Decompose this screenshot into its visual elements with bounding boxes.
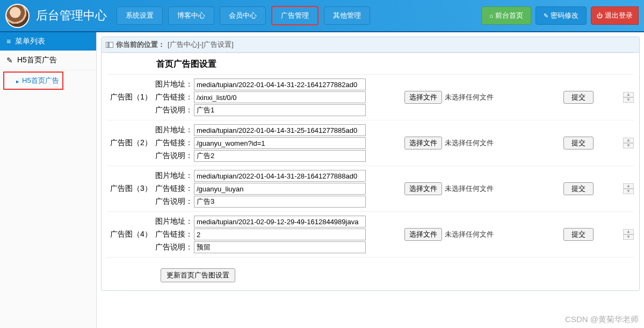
triangle-icon bbox=[16, 77, 19, 85]
input-ad-link[interactable] bbox=[194, 137, 366, 149]
sidebar-item-label: H5首页广告 bbox=[22, 76, 59, 85]
no-file-text: 未选择任何文件 bbox=[445, 184, 494, 194]
ad-row: 广告图（1） 图片地址： 广告链接： 广告说明： 选择文件 未选择任何文件 提交… bbox=[107, 74, 634, 120]
edit-icon bbox=[6, 56, 13, 65]
row-name: 广告图（4） bbox=[107, 230, 155, 239]
input-img-url[interactable] bbox=[194, 79, 366, 90]
power-icon: ⏻ bbox=[597, 12, 603, 19]
stepper: ▲ ▼ bbox=[623, 138, 634, 148]
sidebar-item-h5-home-ad[interactable]: H5首页广告 bbox=[3, 72, 63, 90]
input-ad-link[interactable] bbox=[194, 229, 366, 240]
no-file-text: 未选择任何文件 bbox=[445, 92, 494, 102]
submit-button[interactable]: 提交 bbox=[563, 228, 594, 241]
step-down-icon[interactable]: ▼ bbox=[623, 143, 634, 148]
ad-row: 广告图（2） 图片地址： 广告链接： 广告说明： 选择文件 未选择任何文件 提交… bbox=[107, 120, 634, 166]
label-ad-link: 广告链接： bbox=[155, 138, 194, 148]
label-img-url: 图片地址： bbox=[155, 171, 194, 181]
step-up-icon[interactable]: ▲ bbox=[623, 92, 634, 97]
panel-title: 首页广告图设置 bbox=[107, 53, 634, 74]
label-ad-desc: 广告说明： bbox=[155, 151, 194, 161]
nav-member-center[interactable]: 会员中心 bbox=[220, 6, 266, 25]
sidebar-head-label: 菜单列表 bbox=[15, 37, 45, 46]
no-file-text: 未选择任何文件 bbox=[445, 230, 494, 239]
input-ad-desc[interactable] bbox=[194, 104, 366, 116]
update-settings-button[interactable]: 更新首页广告图设置 bbox=[161, 268, 235, 282]
ad-row: 广告图（4） 图片地址： 广告链接： 广告说明： 选择文件 未选择任何文件 提交… bbox=[107, 211, 634, 257]
front-site-button[interactable]: ⌂前台首页 bbox=[481, 6, 531, 25]
submit-button[interactable]: 提交 bbox=[563, 182, 594, 195]
step-down-icon[interactable]: ▼ bbox=[623, 234, 634, 240]
nav-blog-center[interactable]: 博客中心 bbox=[168, 6, 214, 25]
change-password-label: 密码修改 bbox=[551, 11, 578, 19]
pencil-icon: ✎ bbox=[544, 12, 548, 19]
nav-sys-settings[interactable]: 系统设置 bbox=[117, 6, 163, 25]
location-icon bbox=[106, 42, 113, 48]
input-img-url[interactable] bbox=[194, 216, 366, 227]
sidebar-section[interactable]: H5首页广告 bbox=[0, 51, 96, 70]
label-ad-desc: 广告说明： bbox=[155, 243, 194, 252]
ad-row: 广告图（3） 图片地址： 广告链接： 广告说明： 选择文件 未选择任何文件 提交… bbox=[107, 166, 634, 211]
no-file-text: 未选择任何文件 bbox=[445, 138, 494, 148]
row-fields: 图片地址： 广告链接： 广告说明： bbox=[155, 215, 366, 254]
sidebar: 菜单列表 H5首页广告 H5首页广告 bbox=[0, 32, 97, 328]
row-fields: 图片地址： 广告链接： 广告说明： bbox=[155, 124, 366, 162]
sidebar-section-label: H5首页广告 bbox=[17, 55, 57, 65]
input-img-url[interactable] bbox=[194, 124, 366, 136]
label-img-url: 图片地址： bbox=[155, 80, 194, 89]
input-ad-desc[interactable] bbox=[194, 150, 366, 162]
change-password-button[interactable]: ✎密码修改 bbox=[536, 6, 587, 25]
logout-label: 退出登录 bbox=[605, 11, 633, 19]
stepper: ▲ ▼ bbox=[623, 229, 634, 240]
logout-button[interactable]: ⏻退出登录 bbox=[591, 6, 639, 25]
breadcrumb: 你当前的位置： [广告中心]-[广告设置] bbox=[102, 37, 639, 53]
choose-file-button[interactable]: 选择文件 bbox=[404, 228, 442, 241]
nav-other-manage[interactable]: 其他管理 bbox=[324, 6, 370, 25]
step-up-icon[interactable]: ▲ bbox=[623, 183, 634, 189]
label-ad-link: 广告链接： bbox=[155, 92, 194, 102]
input-ad-link[interactable] bbox=[194, 183, 366, 195]
step-down-icon[interactable]: ▼ bbox=[623, 97, 634, 103]
step-up-icon[interactable]: ▲ bbox=[623, 229, 634, 234]
label-ad-link: 广告链接： bbox=[155, 230, 194, 239]
breadcrumb-prefix: 你当前的位置： bbox=[116, 40, 165, 49]
header-bar: 后台管理中心 系统设置 博客中心 会员中心 广告管理 其他管理 ⌂前台首页 ✎密… bbox=[0, 0, 644, 32]
app-title: 后台管理中心 bbox=[36, 8, 107, 24]
front-site-label: 前台首页 bbox=[495, 11, 523, 19]
input-ad-desc[interactable] bbox=[194, 241, 366, 253]
sidebar-head: 菜单列表 bbox=[0, 32, 96, 51]
submit-button[interactable]: 提交 bbox=[563, 137, 594, 149]
list-icon bbox=[6, 37, 11, 46]
breadcrumb-path: [广告中心]-[广告设置] bbox=[168, 40, 234, 49]
choose-file-button[interactable]: 选择文件 bbox=[404, 182, 442, 195]
row-fields: 图片地址： 广告链接： 广告说明： bbox=[155, 78, 366, 117]
label-ad-desc: 广告说明： bbox=[155, 105, 194, 115]
label-img-url: 图片地址： bbox=[155, 125, 194, 135]
label-ad-desc: 广告说明： bbox=[155, 197, 194, 206]
main: 你当前的位置： [广告中心]-[广告设置] 首页广告图设置 广告图（1） 图片地… bbox=[97, 32, 644, 328]
row-name: 广告图（2） bbox=[107, 138, 155, 148]
label-img-url: 图片地址： bbox=[155, 217, 194, 226]
nav-ad-manage[interactable]: 广告管理 bbox=[271, 6, 319, 25]
row-fields: 图片地址： 广告链接： 广告说明： bbox=[155, 169, 366, 208]
step-down-icon[interactable]: ▼ bbox=[623, 189, 634, 194]
home-icon: ⌂ bbox=[489, 12, 493, 19]
content-panel: 你当前的位置： [广告中心]-[广告设置] 首页广告图设置 广告图（1） 图片地… bbox=[101, 37, 640, 291]
step-up-icon[interactable]: ▲ bbox=[623, 138, 634, 143]
input-img-url[interactable] bbox=[194, 170, 366, 182]
label-ad-link: 广告链接： bbox=[155, 184, 194, 194]
choose-file-button[interactable]: 选择文件 bbox=[404, 137, 442, 149]
input-ad-desc[interactable] bbox=[194, 196, 366, 208]
stepper: ▲ ▼ bbox=[623, 92, 634, 103]
choose-file-button[interactable]: 选择文件 bbox=[404, 91, 442, 104]
avatar bbox=[5, 4, 30, 28]
stepper: ▲ ▼ bbox=[623, 183, 634, 194]
input-ad-link[interactable] bbox=[194, 91, 366, 103]
submit-button[interactable]: 提交 bbox=[563, 91, 594, 104]
row-name: 广告图（3） bbox=[107, 184, 155, 194]
row-name: 广告图（1） bbox=[107, 92, 155, 102]
